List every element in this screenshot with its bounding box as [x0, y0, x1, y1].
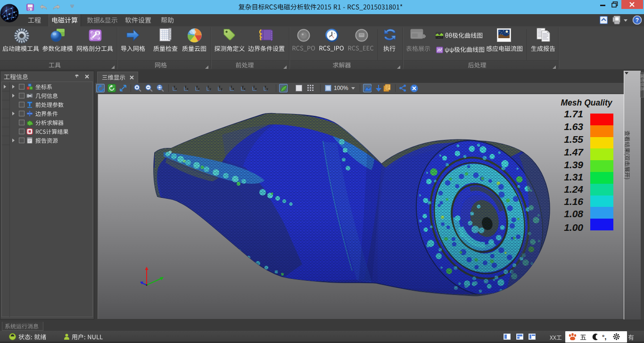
- svg-text:z: z: [198, 87, 200, 90]
- svg-text:x: x: [187, 87, 189, 90]
- svg-text:x: x: [244, 87, 246, 90]
- svg-text:y: y: [209, 87, 211, 91]
- svg-text:?: ?: [636, 17, 639, 24]
- svg-text:y: y: [221, 87, 223, 91]
- svg-text:y: y: [266, 87, 268, 91]
- svg-text:v: v: [255, 87, 257, 90]
- svg-text:z: z: [175, 87, 177, 90]
- svg-text:x: x: [232, 87, 234, 90]
